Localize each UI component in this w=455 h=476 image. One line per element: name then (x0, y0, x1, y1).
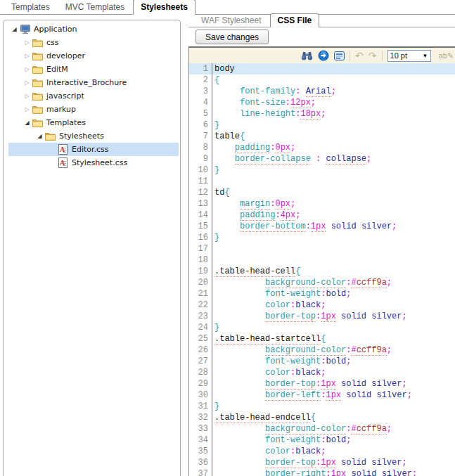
line-number: 4 (189, 97, 212, 108)
font-size-value: 10 pt (390, 51, 407, 60)
line-number: 19 (189, 266, 212, 277)
code-line: 14 padding:4px; (189, 210, 455, 221)
code-text: } (212, 322, 219, 333)
collapse-arrow-icon[interactable]: ◢ (10, 22, 19, 36)
collapse-arrow-icon[interactable]: ◢ (23, 116, 32, 129)
code-text: .table-head-startcell{ (212, 333, 326, 345)
file-tree: ◢Application▷css▷developer▷EditM▷Interac… (4, 22, 180, 169)
code-text: background-color:#ccff9a; (212, 423, 392, 435)
file-tree-panel: ◢Application▷css▷developer▷EditM▷Interac… (3, 20, 181, 476)
tree-item-markup[interactable]: ▷markup (8, 103, 179, 116)
code-text: border-bottom:1px solid silver; (212, 221, 397, 232)
code-line: 37 border-right:1px solid silver; (189, 468, 455, 476)
code-text: color:black; (212, 446, 326, 457)
expand-arrow-icon[interactable]: ▷ (23, 103, 32, 116)
line-number: 29 (189, 378, 212, 390)
tree-item-interactive-brochure[interactable]: ▷Interactive_Brochure (8, 76, 179, 89)
code-text: } (212, 165, 219, 176)
code-line: 1body (189, 63, 455, 75)
code-line: 17 (189, 243, 455, 255)
tree-item-css[interactable]: ▷css (8, 36, 179, 49)
code-line: 36 border-top:1px solid silver; (189, 457, 455, 468)
line-number: 13 (189, 198, 212, 210)
expand-arrow-icon[interactable]: ▷ (23, 36, 32, 49)
code-line: 23 border-top:1px solid silver; (189, 311, 455, 322)
line-number: 25 (189, 333, 212, 345)
code-text: margin:0px; (212, 198, 295, 210)
code-line: 2{ (189, 75, 455, 86)
line-number: 6 (189, 120, 212, 131)
tab-mvc-templates[interactable]: MVC Templates (58, 0, 132, 14)
go-icon[interactable] (318, 49, 329, 62)
tree-item-templates[interactable]: ◢Templates (8, 116, 179, 129)
save-changes-button[interactable]: Save changes (196, 30, 269, 44)
line-number: 9 (189, 153, 212, 165)
toolbar-separator (350, 51, 350, 61)
tree-item-stylesheet-css[interactable]: AStylesheet.css (8, 156, 179, 169)
tree-item-application[interactable]: ◢Application (8, 22, 179, 36)
rename-icon[interactable]: ab✎ (439, 49, 454, 62)
line-number: 31 (189, 401, 212, 412)
line-number: 23 (189, 311, 212, 322)
code-text: border-top:1px solid silver; (212, 378, 407, 390)
line-number: 24 (189, 322, 212, 333)
code-line: 25.table-head-startcell{ (189, 333, 455, 345)
collapse-arrow-icon[interactable]: ◢ (35, 129, 44, 143)
redo-icon[interactable]: ↷ (369, 49, 377, 62)
undo-icon[interactable]: ↶ (355, 49, 364, 62)
code-text (212, 243, 214, 255)
toolbar-separator (382, 51, 383, 61)
css-file-icon: A (57, 144, 69, 155)
folder-icon (44, 131, 56, 141)
tree-item-javascript[interactable]: ▷javascript (8, 89, 179, 103)
code-line: 31} (189, 401, 455, 412)
code-text: td{ (212, 187, 230, 198)
code-text: border-top:1px solid silver; (212, 457, 407, 468)
tree-item-label: Stylesheet.css (72, 158, 127, 167)
folder-icon (32, 118, 44, 127)
code-text: padding:4px; (212, 210, 300, 221)
editor-tab-waf-stylesheet[interactable]: WAF Stylesheet (194, 14, 269, 27)
tree-item-developer[interactable]: ▷developer (8, 49, 179, 63)
code-area[interactable]: 1body2{3 font-family: Arial;4 font-size:… (189, 63, 455, 476)
code-text: background-color:#ccff9a; (212, 345, 392, 356)
line-number: 26 (189, 345, 212, 356)
line-number: 27 (189, 356, 212, 367)
code-line: 15 border-bottom:1px solid silver; (189, 221, 455, 232)
expand-arrow-icon[interactable]: ▷ (23, 89, 32, 103)
tree-item-editm[interactable]: ▷EditM (8, 63, 179, 76)
expand-arrow-icon[interactable]: ▷ (23, 76, 32, 89)
tab-stylesheets[interactable]: Stylesheets (133, 0, 196, 15)
line-number: 17 (189, 243, 212, 255)
code-text: { (212, 75, 219, 86)
code-line: 21 font-weight:bold; (189, 288, 455, 300)
code-line: 26 background-color:#ccff9a; (189, 345, 455, 356)
expand-arrow-icon[interactable]: ▷ (23, 63, 32, 76)
line-number: 7 (189, 131, 212, 142)
font-size-select[interactable]: 10 pt ▼ (387, 50, 431, 62)
line-number: 11 (189, 176, 212, 187)
tree-item-label: javascript (46, 91, 84, 101)
line-number: 21 (189, 288, 212, 300)
code-text: border-left:1px solid silver; (212, 390, 412, 401)
css-editor[interactable]: ↶ ↷ 10 pt ▼ ab✎ 1body2{3 font-family: Ar… (188, 46, 455, 476)
code-line: 28 color:black; (189, 367, 455, 378)
line-number: 35 (189, 446, 212, 457)
tab-templates[interactable]: Templates (4, 0, 57, 14)
expand-arrow-icon[interactable]: ▷ (23, 49, 32, 63)
code-line: 34 font-weight:bold; (189, 435, 455, 446)
code-text: border-top:1px solid silver; (212, 311, 407, 322)
folder-icon (32, 65, 44, 74)
code-text: line-height:18px; (212, 108, 326, 120)
line-number: 22 (189, 300, 212, 311)
code-line: 12td{ (189, 187, 455, 198)
code-text: font-family: Arial; (212, 86, 336, 97)
tree-item-stylesheets[interactable]: ◢Stylesheets (8, 129, 179, 143)
line-number: 18 (189, 255, 212, 266)
code-text: border-collapse : collapse; (212, 153, 371, 165)
search-binoculars-icon[interactable] (301, 49, 313, 62)
folder-icon (32, 105, 44, 114)
selection-icon[interactable] (334, 49, 345, 62)
editor-tab-css-file[interactable]: CSS File (270, 13, 320, 27)
tree-item-editor-css[interactable]: AEditor.css (8, 143, 179, 156)
